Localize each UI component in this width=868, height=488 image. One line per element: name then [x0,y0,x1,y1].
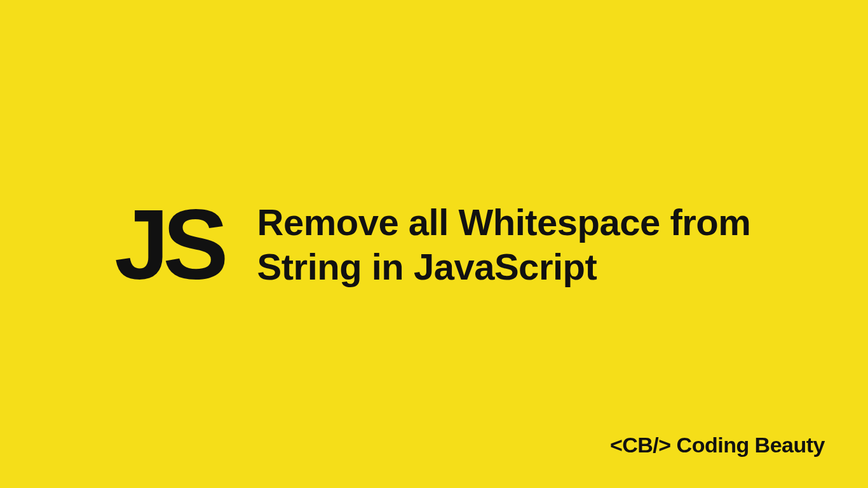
js-logo: JS [114,195,222,294]
headline-text: Remove all Whitespace from String in Jav… [257,200,817,288]
branding-text: <CB/> Coding Beauty [610,433,825,458]
hero-content: JS Remove all Whitespace from String in … [0,195,868,294]
